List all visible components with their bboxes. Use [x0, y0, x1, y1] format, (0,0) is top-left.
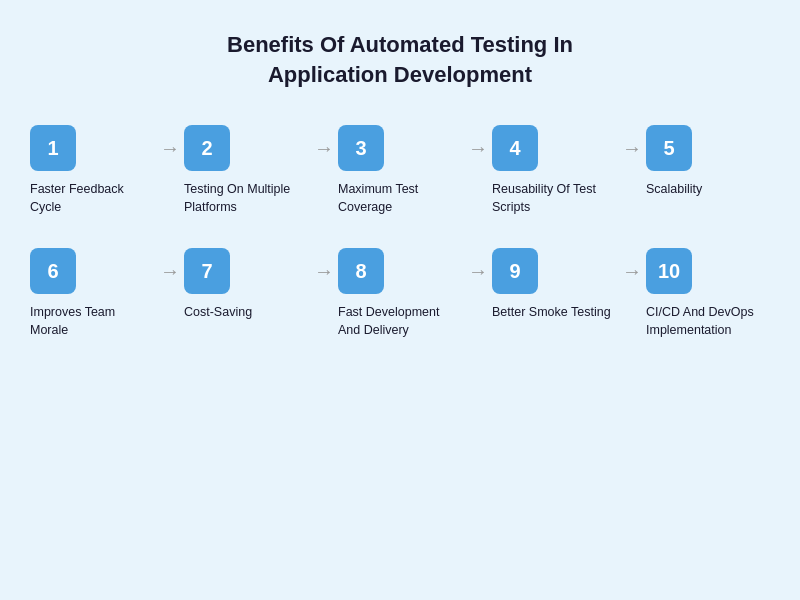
step-number-6: 6 [30, 248, 76, 294]
arrow-icon-2: → [314, 137, 334, 160]
step-number-1: 1 [30, 125, 76, 171]
arrow-icon-7: → [314, 260, 334, 283]
step-row-1: 1Faster Feedback Cycle→2Testing On Multi… [30, 125, 770, 216]
step-block-6: 6Improves Team Morale [30, 248, 160, 339]
step-wrap-9: 9Better Smoke Testing→ [492, 248, 646, 322]
step-wrap-7: 7Cost-Saving→ [184, 248, 338, 322]
step-number-4: 4 [492, 125, 538, 171]
page-container: Benefits Of Automated Testing InApplicat… [0, 0, 800, 600]
step-label-8: Fast Development And Delivery [338, 304, 458, 339]
step-label-3: Maximum Test Coverage [338, 181, 458, 216]
step-block-8: 8Fast Development And Delivery [338, 248, 468, 339]
step-wrap-10: 10CI/CD And DevOps Implementation [646, 248, 776, 339]
step-label-1: Faster Feedback Cycle [30, 181, 150, 216]
step-block-5: 5Scalability [646, 125, 776, 199]
arrow-icon-3: → [468, 137, 488, 160]
step-label-4: Reusability Of Test Scripts [492, 181, 612, 216]
arrow-icon-1: → [160, 137, 180, 160]
step-label-2: Testing On Multiple Platforms [184, 181, 304, 216]
step-number-2: 2 [184, 125, 230, 171]
step-block-10: 10CI/CD And DevOps Implementation [646, 248, 776, 339]
step-number-8: 8 [338, 248, 384, 294]
step-block-1: 1Faster Feedback Cycle [30, 125, 160, 216]
step-label-6: Improves Team Morale [30, 304, 150, 339]
step-label-10: CI/CD And DevOps Implementation [646, 304, 766, 339]
step-label-9: Better Smoke Testing [492, 304, 611, 322]
step-number-9: 9 [492, 248, 538, 294]
step-wrap-8: 8Fast Development And Delivery→ [338, 248, 492, 339]
step-block-7: 7Cost-Saving [184, 248, 314, 322]
arrow-icon-4: → [622, 137, 642, 160]
step-block-3: 3Maximum Test Coverage [338, 125, 468, 216]
step-label-5: Scalability [646, 181, 702, 199]
step-row-2: 6Improves Team Morale→7Cost-Saving→8Fast… [30, 248, 770, 339]
step-number-3: 3 [338, 125, 384, 171]
arrow-icon-6: → [160, 260, 180, 283]
step-wrap-4: 4Reusability Of Test Scripts→ [492, 125, 646, 216]
step-wrap-5: 5Scalability [646, 125, 776, 199]
step-number-5: 5 [646, 125, 692, 171]
step-block-4: 4Reusability Of Test Scripts [492, 125, 622, 216]
step-wrap-3: 3Maximum Test Coverage→ [338, 125, 492, 216]
rows-container: 1Faster Feedback Cycle→2Testing On Multi… [30, 125, 770, 339]
step-block-9: 9Better Smoke Testing [492, 248, 622, 322]
arrow-icon-8: → [468, 260, 488, 283]
step-number-7: 7 [184, 248, 230, 294]
arrow-icon-9: → [622, 260, 642, 283]
step-wrap-6: 6Improves Team Morale→ [30, 248, 184, 339]
step-label-7: Cost-Saving [184, 304, 252, 322]
step-wrap-1: 1Faster Feedback Cycle→ [30, 125, 184, 216]
step-wrap-2: 2Testing On Multiple Platforms→ [184, 125, 338, 216]
step-number-10: 10 [646, 248, 692, 294]
page-title: Benefits Of Automated Testing InApplicat… [30, 30, 770, 89]
step-block-2: 2Testing On Multiple Platforms [184, 125, 314, 216]
